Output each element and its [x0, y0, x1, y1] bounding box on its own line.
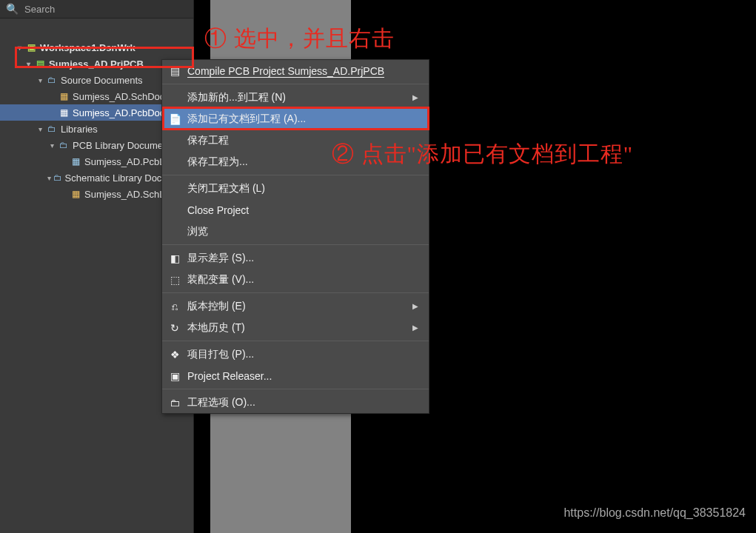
submenu-arrow-icon: ▶: [412, 324, 421, 332]
expand-icon[interactable]: ▾: [24, 60, 33, 68]
menu-show-diff[interactable]: ◧ 显示差异 (S)...: [162, 247, 429, 269]
annotation-text-1: ① 选中，并且右击: [204, 24, 395, 54]
diff-icon: ◧: [162, 252, 187, 264]
menu-local-history[interactable]: ↻ 本地历史 (T) ▶: [162, 317, 429, 338]
separator: [162, 341, 429, 341]
annotation-text-2: ② 点击"添加已有文档到工程": [332, 139, 633, 170]
menu-version-ctrl[interactable]: ⎌ 版本控制 (E) ▶: [162, 295, 429, 317]
workspace-icon: ▣: [25, 41, 37, 53]
menu-label: 版本控制 (E): [187, 300, 412, 313]
tree-label: Workspace1.DsnWrk: [40, 42, 136, 53]
menu-add-new[interactable]: 添加新的...到工程 (N) ▶: [162, 87, 429, 108]
menu-label: 装配变量 (V)...: [187, 273, 421, 286]
schematic-icon: ▦: [58, 90, 70, 102]
add-doc-icon: 📄: [162, 113, 187, 125]
menu-label: 添加已有文档到工程 (A)...: [187, 113, 421, 126]
separator: [162, 389, 429, 389]
tree-label: Sumjess_AD.PcbDoc: [73, 107, 164, 118]
menu-label: 关闭工程文档 (L): [187, 182, 421, 195]
submenu-arrow-icon: ▶: [412, 302, 421, 310]
menu-label: 项目打包 (P)...: [187, 348, 421, 361]
submenu-arrow-icon: ▶: [412, 93, 421, 101]
tree-workspace[interactable]: ▾ ▣ Workspace1.DsnWrk: [0, 39, 193, 56]
search-input[interactable]: [24, 4, 187, 15]
menu-label: Project Releaser...: [187, 370, 421, 382]
vcs-icon: ⎌: [162, 301, 187, 312]
tree-label: Sumjess_AD.SchDoc: [73, 91, 164, 102]
search-row: 🔍: [0, 0, 193, 19]
expand-icon[interactable]: ▾: [36, 125, 44, 133]
menu-browse[interactable]: 浏览: [162, 221, 429, 242]
tree-label: Source Documents: [61, 75, 143, 86]
tree-label: Sumjess_AD.PrjPCB: [49, 58, 144, 70]
menu-pack-project[interactable]: ❖ 项目打包 (P)...: [162, 343, 429, 365]
menu-close-project[interactable]: Close Project: [162, 199, 429, 221]
menu-label: 显示差异 (S)...: [187, 252, 421, 265]
menu-label: Compile PCB Project Sumjess_AD.PrjPCB: [187, 65, 421, 77]
menu-compile[interactable]: ▤ Compile PCB Project Sumjess_AD.PrjPCB: [162, 60, 429, 81]
pcblib-icon: ▦: [70, 155, 81, 167]
folder-icon: 🗀: [46, 123, 58, 135]
menu-label: 浏览: [187, 225, 421, 238]
expand-icon[interactable]: ▾: [36, 76, 44, 84]
expand-icon[interactable]: ▾: [47, 174, 52, 182]
tree-label: PCB Library Documents: [73, 140, 175, 151]
history-icon: ↻: [162, 322, 187, 334]
menu-label: 添加新的...到工程 (N): [187, 91, 412, 104]
releaser-icon: ▣: [162, 370, 187, 382]
variant-icon: ⬚: [162, 274, 187, 286]
compile-icon: ▤: [162, 65, 187, 77]
menu-label: 本地历史 (T): [187, 321, 412, 335]
watermark: https://blog.csdn.net/qq_38351824: [563, 506, 746, 520]
separator: [162, 175, 429, 175]
separator: [162, 292, 429, 293]
options-icon: 🗀: [162, 397, 187, 409]
context-menu: ▤ Compile PCB Project Sumjess_AD.PrjPCB …: [161, 59, 429, 414]
separator: [162, 84, 429, 84]
menu-project-options[interactable]: 🗀 工程选项 (O)...: [162, 392, 429, 413]
menu-add-existing[interactable]: 📄 添加已有文档到工程 (A)...: [162, 108, 429, 130]
menu-assembly-var[interactable]: ⬚ 装配变量 (V)...: [162, 269, 429, 290]
folder-icon: 🗀: [53, 172, 62, 184]
editor-background-bottom: [210, 404, 351, 533]
expand-icon[interactable]: ▾: [15, 44, 24, 52]
folder-icon: 🗀: [46, 74, 58, 86]
menu-label: Close Project: [187, 204, 421, 216]
tree-label: Libraries: [61, 124, 98, 135]
separator: [162, 244, 429, 245]
tree-label: Sumjess_AD.SchLib: [84, 189, 173, 200]
menu-label: 工程选项 (O)...: [187, 396, 421, 409]
menu-close-docs[interactable]: 关闭工程文档 (L): [162, 178, 429, 199]
schlib-icon: ▦: [70, 188, 81, 200]
pcb-icon: ▦: [58, 107, 70, 118]
expand-icon[interactable]: ▾: [47, 141, 56, 150]
folder-icon: 🗀: [58, 139, 70, 151]
package-icon: ❖: [162, 349, 187, 361]
search-icon: 🔍: [6, 3, 19, 15]
project-icon: ▤: [34, 58, 46, 70]
menu-project-releaser[interactable]: ▣ Project Releaser...: [162, 365, 429, 386]
tree-label: Sumjess_AD.PcbLib: [84, 156, 173, 167]
